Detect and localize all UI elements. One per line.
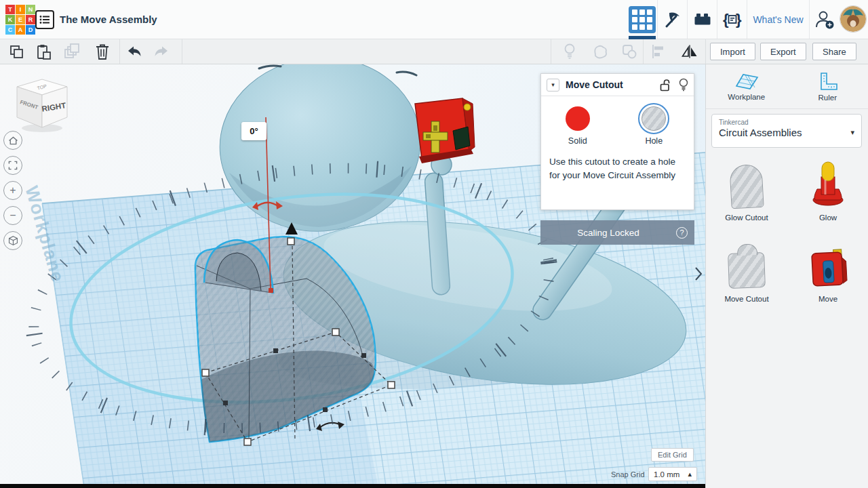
align-icon — [650, 44, 665, 59]
undo-button[interactable] — [123, 41, 145, 62]
plus-icon: + — [9, 184, 16, 197]
logo-tile: K — [5, 15, 15, 24]
snap-grid-select[interactable]: 1.0 mm ▴ — [648, 467, 697, 481]
designs-grid-icon[interactable] — [629, 6, 656, 33]
logo-tile: R — [26, 15, 35, 24]
logo-tile: D — [26, 25, 35, 35]
share-button[interactable]: Share — [812, 43, 856, 60]
redo-icon — [153, 45, 170, 58]
library-name: Circuit Assemblies — [719, 127, 854, 138]
delete-button[interactable] — [92, 41, 113, 62]
edit-toolbar: Import Export Share — [0, 39, 868, 64]
codeblocks-button[interactable]: { } — [717, 0, 747, 39]
perspective-cube-icon — [7, 235, 19, 247]
export-button[interactable]: Export — [760, 43, 806, 60]
group-button[interactable] — [589, 41, 611, 62]
ruler-tool[interactable]: Ruler — [787, 64, 868, 108]
mirror-button[interactable] — [679, 41, 701, 62]
user-avatar[interactable] — [840, 5, 867, 33]
group-icon — [592, 43, 608, 60]
lightbulb-icon[interactable] — [679, 78, 688, 92]
part-glow-cutout[interactable]: Glow Cutout — [706, 159, 787, 222]
part-glow[interactable]: Glow — [787, 159, 868, 222]
zoom-out-button[interactable]: − — [3, 206, 22, 225]
perspective-toggle-button[interactable] — [3, 231, 22, 250]
home-view-button[interactable] — [3, 131, 22, 150]
shape-inspector-panel: ▾ Move Cutout Solid Hole — [540, 73, 694, 210]
move-assembly-object[interactable] — [415, 98, 475, 163]
ungroup-icon — [621, 43, 637, 60]
logo-tile: T — [5, 5, 15, 14]
help-icon[interactable]: ? — [676, 227, 688, 239]
view-cube[interactable]: TOP FRONT RIGHT — [16, 78, 68, 134]
codeblocks-icon: { } — [722, 11, 743, 28]
paste-button[interactable] — [33, 41, 54, 62]
toolbar-separator — [182, 39, 182, 64]
duplicate-icon — [63, 43, 81, 60]
person-plus-icon — [814, 9, 835, 30]
hole-option-selected[interactable]: Hole — [638, 106, 669, 146]
logo-tile: E — [16, 15, 25, 24]
logo-tile: C — [5, 25, 15, 35]
chevron-right-icon — [694, 266, 703, 281]
caret-up-icon: ▴ — [688, 470, 692, 479]
move-cutout-thumbnail — [728, 252, 766, 289]
inspector-title: Move Cutout — [566, 79, 659, 90]
logo-tile: A — [16, 25, 25, 35]
design-menu-icon[interactable] — [35, 10, 54, 29]
hole-selected-ring — [638, 103, 669, 134]
copy-icon — [8, 43, 24, 60]
collapse-panel-chevron[interactable] — [692, 263, 705, 285]
workplane-icon — [734, 72, 759, 90]
bottom-black-bar — [0, 484, 705, 488]
header-bar: T I N K E R C A D The Move Assembly — [0, 0, 868, 39]
part-move[interactable]: Move — [787, 241, 868, 303]
minecraft-pickaxe-button[interactable] — [657, 0, 687, 39]
shape-library-select[interactable]: Tinkercad Circuit Assemblies ▾ — [711, 114, 862, 148]
ungroup-button[interactable] — [618, 41, 640, 62]
toolbar-separator — [551, 39, 551, 64]
toolbar-separator — [119, 39, 120, 64]
duplicate-button[interactable] — [61, 41, 83, 62]
unlock-icon[interactable] — [659, 79, 671, 92]
caret-down-icon: ▾ — [850, 128, 854, 137]
tinkercad-app: T I N K E R C A D The Move Assembly — [0, 0, 868, 488]
avatar-image — [840, 6, 866, 32]
page-title: The Move Assembly — [60, 14, 157, 25]
toolbar-separator — [705, 39, 706, 64]
align-button[interactable] — [647, 41, 669, 62]
glow-thumbnail — [809, 159, 847, 208]
glow-cutout-thumbnail — [729, 164, 764, 209]
trash-icon — [95, 43, 110, 60]
add-user-button[interactable] — [809, 0, 840, 39]
solid-option[interactable]: Solid — [566, 106, 590, 146]
mirror-icon — [681, 44, 698, 59]
whats-new-link[interactable]: What's New — [753, 14, 803, 25]
inspector-collapse-button[interactable]: ▾ — [547, 79, 559, 92]
rotation-angle-badge: 0° — [241, 122, 267, 140]
svg-text:}: } — [736, 11, 742, 28]
sidebar-tools: Workplane Ruler — [706, 64, 868, 109]
hole-swatch — [642, 106, 666, 131]
hole-label: Hole — [645, 136, 663, 146]
minus-icon: − — [9, 209, 16, 222]
whats-new-link-cell: What's New — [747, 0, 809, 39]
toolbar-separator — [643, 39, 644, 64]
caret-down-icon: ▾ — [551, 81, 555, 88]
workplane-tool[interactable]: Workplane — [706, 64, 787, 108]
copy-button[interactable] — [5, 41, 27, 62]
lightbulb-icon — [564, 43, 576, 60]
fit-view-icon — [7, 160, 18, 171]
part-move-cutout[interactable]: Move Cutout — [706, 241, 787, 303]
lego-bricks-button[interactable] — [687, 0, 717, 39]
scaling-locked-banner: Scaling Locked ? — [540, 220, 694, 245]
scaling-locked-text: Scaling Locked — [540, 228, 676, 238]
redo-button[interactable] — [151, 41, 172, 62]
show-all-button[interactable] — [559, 41, 580, 62]
fit-view-button[interactable] — [3, 156, 22, 175]
tinkercad-logo[interactable]: T I N K E R C A D — [5, 5, 35, 35]
solid-swatch — [566, 106, 590, 131]
edit-grid-button[interactable]: Edit Grid — [651, 448, 694, 462]
import-button[interactable]: Import — [710, 43, 755, 60]
zoom-in-button[interactable]: + — [3, 181, 22, 200]
